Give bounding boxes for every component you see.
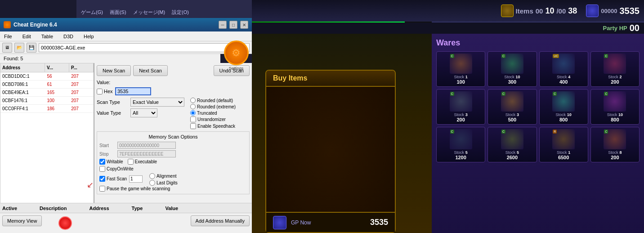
game-menu-bar: ゲーム(G) 画面(S) メッセージ(M) 設定(O) [76,0,252,18]
value-type-select[interactable]: All1 Byte2 Bytes4 Bytes8 BytesFloatDoubl… [130,108,157,117]
list-item[interactable]: C Stock 5 2600 [487,127,537,162]
hex-checkbox[interactable] [97,89,103,94]
list-item[interactable]: C Stock 1 100 [436,51,485,87]
list-item[interactable]: C Stock 3 500 [487,89,537,125]
game-menu-game[interactable]: ゲーム(G) [81,9,103,16]
ce-close-button[interactable]: ✕ [240,21,248,29]
toolbar-btn-1[interactable]: 🖥 [2,43,12,53]
ware-price: 1200 [438,155,483,160]
ware-stock: Stock 1 [438,75,483,79]
list-item[interactable]: C Stock 2 200 [590,51,640,87]
col-v: V... [45,63,69,72]
ce-found-bar: Found: 5 [0,54,220,63]
game-top-bar: Items 00 10 /00 38 00000 3535 [252,0,644,22]
menu-table[interactable]: Table [40,33,55,40]
list-item[interactable]: UC Stock 4 400 [539,51,588,87]
game-menu-settings[interactable]: 設定(O) [172,9,189,16]
game-menu-screen[interactable]: 画面(S) [110,9,126,16]
settings-icon[interactable]: ⚙ [224,40,249,65]
writable-check[interactable]: Writable [99,159,123,165]
cell-v: 165 [45,90,70,95]
ce-title-icon [4,21,11,28]
col-p: P... [69,63,94,72]
ware-price: 300 [490,79,534,85]
gp-now-label: GP Now [291,220,311,226]
new-scan-button[interactable]: New Scan [97,65,131,76]
gp-now-icon [273,216,286,229]
copyonwrite-row: CopyOnWrite [99,166,247,172]
value-type-row: Value Type All1 Byte2 Bytes4 Bytes8 Byte… [97,108,184,117]
ware-stock: Stock 5 [438,150,483,155]
cell-p: 207 [69,106,94,111]
game-menu-message[interactable]: メッセージ(M) [133,9,165,16]
next-scan-button[interactable]: Next Scan [133,65,168,76]
settings-label: Settings [229,66,244,71]
buy-items-header: Buy Items [266,71,395,87]
ware-image: C [450,54,472,74]
list-item[interactable]: C Stock 3 200 [436,89,485,125]
gp-now-bar: GP Now 3535 [266,212,395,232]
ce-minimize-button[interactable]: ─ [219,21,227,29]
radio-rounded-default[interactable]: Rounded (default) [190,98,236,103]
value-input[interactable] [115,87,151,95]
list-item[interactable]: C Stock 10 800 [590,89,640,125]
ware-price: 6500 [541,155,586,160]
ware-stock: Stock 2 [593,75,637,79]
table-row[interactable]: 0CBE49EA:1 165 207 [0,89,94,97]
list-item[interactable]: C Stock 8 200 [590,127,640,162]
fast-scan-input[interactable] [129,175,143,183]
table-row[interactable]: 0CBD7086:1 61 207 [0,81,94,89]
toolbar-btn-3[interactable]: 💾 [27,43,36,53]
pause-check[interactable]: Pause the game while scanning [99,186,247,192]
list-item[interactable]: C Stock 5 1200 [436,127,485,162]
cell-v: 100 [45,98,70,103]
ware-price: 2600 [490,155,534,160]
process-input[interactable] [39,43,250,52]
menu-edit[interactable]: Edit [21,33,33,40]
executable-check[interactable]: Executable [128,159,157,165]
scan-type-select[interactable]: Exact ValueBigger than...Smaller than...… [130,98,184,107]
radio-rounded-extreme[interactable]: Rounded (extreme) [190,104,236,109]
scan-type-row: Scan Type Exact ValueBigger than...Small… [97,98,184,107]
list-item[interactable]: C Stock 10 300 [487,51,537,87]
gp-now-value: 3535 [370,218,388,227]
scroll-arrow: ↙ [87,180,94,190]
table-row[interactable]: 0CBF1476:1 100 207 [0,97,94,105]
ware-stock: Stock 3 [438,112,483,117]
menu-file[interactable]: File [2,33,14,40]
ware-stock: Stock 10 [593,112,637,117]
list-item[interactable]: R Stock 1 6500 [539,127,588,162]
ware-price: 100 [438,79,483,85]
stop-icon[interactable] [58,216,72,230]
stop-input[interactable] [117,150,176,157]
last-digits-radio[interactable]: Last Digits [149,180,178,186]
toolbar-btn-2[interactable]: 📂 [14,43,24,53]
memory-view-button[interactable]: Memory View [2,215,42,226]
ce-processbar: 🖥 📂 💾 [0,41,252,54]
ware-stock: Stock 10 [541,112,586,117]
fast-scan-check[interactable]: Fast Scan [99,176,127,182]
checkbox-speedhack[interactable]: Enable Speedhack [190,123,236,129]
ware-price: 800 [593,117,637,122]
col-value: Value [165,206,178,211]
cell-address: 0CBD1D0C:1 [0,74,45,79]
ce-restore-button[interactable]: □ [229,21,237,29]
list-item[interactable]: C Stock 10 800 [539,89,588,125]
alignment-radio[interactable]: Alignment [149,173,178,179]
table-row[interactable]: 0CBD1D0C:1 56 207 [0,72,94,81]
copyonwrite-check[interactable]: CopyOnWrite [99,166,134,172]
checkbox-unrandomizer[interactable]: Unrandomizer [190,116,236,122]
value-label: Value: [97,80,110,85]
ware-badge: R [553,130,557,134]
menu-help[interactable]: Help [82,33,96,40]
add-address-button[interactable]: Add Address Manually [191,215,250,226]
radio-truncated[interactable]: Truncated [190,110,236,116]
menu-d3d[interactable]: D3D [62,33,75,40]
ware-badge: C [501,92,505,96]
gp-icon [586,4,599,17]
value-type-label: Value Type [97,110,130,116]
table-row[interactable]: 0CC0FFF4:1 186 207 [0,105,94,113]
start-input[interactable] [117,142,176,149]
cell-p: 207 [69,98,94,103]
ware-badge: C [604,54,608,58]
